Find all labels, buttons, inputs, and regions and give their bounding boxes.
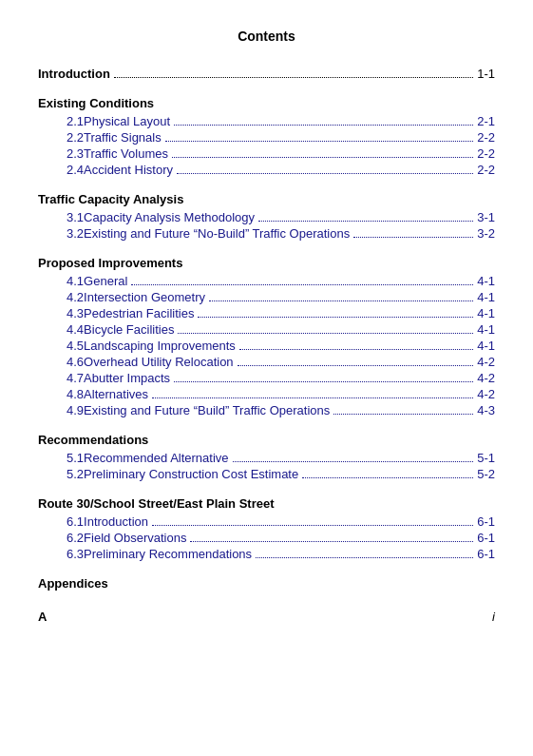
toc-entry: 5.1Recommended Alternative5-1 <box>38 451 495 465</box>
toc-entry: 4.4Bicycle Facilities4-1 <box>38 322 495 337</box>
toc-title: Introduction <box>84 514 148 529</box>
toc-title: Bicycle Facilities <box>84 322 174 337</box>
toc-number: 4.2 <box>38 290 84 304</box>
toc-entry: 4.6Overhead Utility Relocation4-2 <box>38 355 495 369</box>
toc-entry: 2.2Traffic Signals2-2 <box>38 130 495 145</box>
toc-page: 4-1 <box>477 306 495 320</box>
section-heading: Proposed Improvements <box>38 256 495 270</box>
toc-title: Existing and Future “Build” Traffic Oper… <box>84 403 330 417</box>
toc-dots <box>239 349 473 350</box>
toc-entry: 4.9Existing and Future “Build” Traffic O… <box>38 403 495 417</box>
toc-number: 6.1 <box>38 514 84 529</box>
toc-dots <box>178 333 473 334</box>
toc-page: 6-1 <box>477 531 495 545</box>
toc-title: Recommended Alternative <box>84 451 228 465</box>
toc-dots <box>152 397 473 398</box>
toc-title: Capacity Analysis Methodology <box>84 210 255 224</box>
intro-title: Introduction <box>38 67 110 81</box>
section-heading: Traffic Capacity Analysis <box>38 192 495 206</box>
toc-dots <box>233 461 474 462</box>
toc-entry: 6.2Field Observations6-1 <box>38 531 495 545</box>
toc-entry: 3.2Existing and Future “No-Build” Traffi… <box>38 226 495 241</box>
toc-number: 5.1 <box>38 451 84 465</box>
toc-number: 5.2 <box>38 467 84 481</box>
toc-page: 4-1 <box>477 274 495 288</box>
toc-entry: 2.3Traffic Volumes2-2 <box>38 146 495 161</box>
toc-page: 5-2 <box>477 467 495 481</box>
toc-title: Preliminary Construction Cost Estimate <box>84 467 298 481</box>
toc-entry: 4.7Abutter Impacts4-2 <box>38 371 495 385</box>
toc-dots <box>174 125 473 126</box>
section-heading: Appendices <box>38 576 495 591</box>
toc-entry: 2.4Accident History2-2 <box>38 163 495 177</box>
toc-dots <box>258 221 473 222</box>
toc-entry: 4.1General4-1 <box>38 274 495 288</box>
toc-number: 3.1 <box>38 210 84 224</box>
toc-entry: 6.3Preliminary Recommendations6-1 <box>38 547 495 561</box>
toc-dots <box>174 381 473 382</box>
toc-dots <box>131 284 473 285</box>
toc-page: 2-2 <box>477 163 495 177</box>
toc-dots <box>353 237 473 238</box>
section-heading: Route 30/School Street/East Plain Street <box>38 496 495 511</box>
footer-right: i <box>492 610 495 624</box>
toc-dots <box>238 365 474 366</box>
footer-left: A <box>38 610 47 624</box>
toc-sections: Existing Conditions2.1Physical Layout2-1… <box>38 96 495 591</box>
toc-number: 4.9 <box>38 403 84 417</box>
toc-title: Existing and Future “No-Build” Traffic O… <box>84 226 350 241</box>
toc-page: 4-1 <box>477 339 495 353</box>
toc-entry: 4.8Alternatives4-2 <box>38 387 495 401</box>
toc-number: 4.5 <box>38 339 84 353</box>
toc-page: 2-1 <box>477 114 495 128</box>
toc-number: 2.2 <box>38 130 84 145</box>
toc-dots <box>198 317 473 318</box>
toc-entry: 4.5Landscaping Improvements4-1 <box>38 339 495 353</box>
toc-title: Overhead Utility Relocation <box>84 355 234 369</box>
toc-number: 6.2 <box>38 531 84 545</box>
toc-page: 3-2 <box>477 226 495 241</box>
intro-entry: Introduction 1-1 <box>38 67 495 81</box>
toc-entry: 6.1Introduction6-1 <box>38 514 495 529</box>
toc-title: Traffic Volumes <box>84 146 168 161</box>
toc-page: 4-2 <box>477 371 495 385</box>
toc-title: Alternatives <box>84 387 148 401</box>
toc-page: 2-2 <box>477 146 495 161</box>
toc-page: 4-2 <box>477 355 495 369</box>
intro-page: 1-1 <box>477 67 495 81</box>
toc-dots <box>209 300 473 301</box>
toc-entry: 4.2Intersection Geometry4-1 <box>38 290 495 304</box>
toc-number: 2.3 <box>38 146 84 161</box>
intro-dots <box>114 77 473 78</box>
toc-dots <box>333 414 473 415</box>
toc-page: 6-1 <box>477 514 495 529</box>
toc-title: Accident History <box>84 163 173 177</box>
toc-title: Traffic Signals <box>84 130 162 145</box>
toc-number: 4.6 <box>38 355 84 369</box>
toc-dots <box>177 173 473 174</box>
toc-page: 4-2 <box>477 387 495 401</box>
toc-number: 6.3 <box>38 547 84 561</box>
toc-dots <box>302 477 473 478</box>
toc-entry: 2.1Physical Layout2-1 <box>38 114 495 128</box>
toc-page: 2-2 <box>477 130 495 145</box>
toc-page: 6-1 <box>477 547 495 561</box>
toc-entry: 5.2Preliminary Construction Cost Estimat… <box>38 467 495 481</box>
toc-page: 5-1 <box>477 451 495 465</box>
toc-title: Intersection Geometry <box>84 290 205 304</box>
toc-dots <box>172 157 473 158</box>
toc-title: Landscaping Improvements <box>84 339 236 353</box>
footer: A i <box>38 610 495 624</box>
toc-number: 4.3 <box>38 306 84 320</box>
section-heading: Recommendations <box>38 433 495 447</box>
toc-number: 2.1 <box>38 114 84 128</box>
page-title: Contents <box>38 29 495 44</box>
toc-title: Pedestrian Facilities <box>84 306 194 320</box>
toc-page: 4-1 <box>477 290 495 304</box>
toc-number: 4.8 <box>38 387 84 401</box>
toc-dots <box>165 141 473 142</box>
toc-dots <box>152 525 473 526</box>
toc-title: Abutter Impacts <box>84 371 170 385</box>
toc-dots <box>190 541 473 542</box>
toc-page: 4-1 <box>477 322 495 337</box>
